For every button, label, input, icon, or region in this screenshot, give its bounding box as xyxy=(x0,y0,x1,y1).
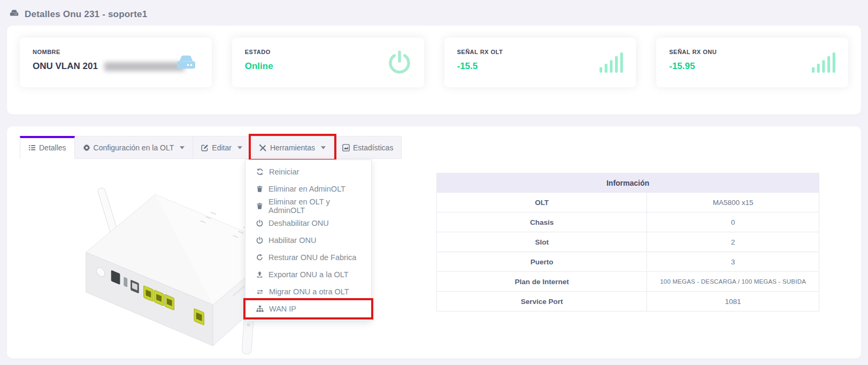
menu-item-migrar-onu-a-otra-olt[interactable]: Migrar ONU a otra OLT xyxy=(245,283,371,300)
row-value: 0 xyxy=(647,212,819,232)
chevron-down-icon xyxy=(321,146,326,149)
row-value: MA5800 x15 xyxy=(647,193,819,212)
router-icon xyxy=(9,8,20,20)
stat-value: Online xyxy=(245,61,411,72)
menu-item-reiniciar[interactable]: Reiniciar xyxy=(245,163,371,180)
signal-bars-icon xyxy=(812,52,835,73)
menu-item-label: Migrar ONU a otra OLT xyxy=(269,287,349,296)
menu-item-wan-ip[interactable]: WAN IP xyxy=(245,300,371,317)
row-label: Plan de Internet xyxy=(437,272,647,292)
row-label: OLT xyxy=(437,193,647,212)
row-value: 2 xyxy=(647,232,819,252)
row-value: 3 xyxy=(647,252,819,272)
tab-label: Editar xyxy=(212,143,232,152)
tab-label: Detalles xyxy=(39,143,66,152)
row-label: Puerto xyxy=(437,252,647,272)
menu-item-label: Reiniciar xyxy=(269,168,299,176)
trash-icon xyxy=(256,185,263,193)
table-row-service-port: Service Port 1081 xyxy=(437,292,819,311)
upload-icon xyxy=(256,271,263,278)
row-label: Service Port xyxy=(437,292,647,311)
menu-item-exportar-onu-a-la-olt[interactable]: Exportar ONU a la OLT xyxy=(245,266,371,283)
row-value: 1081 xyxy=(647,292,819,311)
tab-label: Configuración en la OLT xyxy=(94,143,174,152)
exchange-icon xyxy=(256,288,264,295)
tab-editar[interactable]: Editar xyxy=(193,136,251,159)
table-row-plan-de-internet: Plan de Internet 100 MEGAS - DESCARGA / … xyxy=(437,272,819,292)
menu-item-resturar-onu-de-fabrica[interactable]: Resturar ONU de Fabrica xyxy=(245,249,371,266)
table-row-slot: Slot 2 xyxy=(437,232,819,252)
menu-item-eliminar-olt-y-adminolt[interactable]: Eliminar en OLT y AdminOLT xyxy=(245,197,371,215)
tab-configuracion-olt[interactable]: Configuración en la OLT xyxy=(75,136,194,159)
chevron-down-icon xyxy=(180,146,185,149)
menu-item-eliminar-adminolt[interactable]: Eliminar en AdminOLT xyxy=(245,180,371,197)
menu-item-habilitar-onu[interactable]: Habilitar ONU xyxy=(245,232,371,249)
chart-icon xyxy=(342,144,350,151)
details-panel: Detalles Configuración en la OLT Editar … xyxy=(7,126,861,359)
stat-value: -15.95 xyxy=(669,61,835,72)
sitemap-icon xyxy=(256,305,264,313)
tab-estadisticas[interactable]: Estadísticas xyxy=(334,136,402,159)
menu-item-label: Exportar ONU a la OLT xyxy=(268,270,349,279)
menu-item-deshabilitar-onu[interactable]: Deshabilitar ONU xyxy=(245,215,371,232)
info-table-title: Información xyxy=(437,173,819,193)
page-title: Detalles Onu 231 - soporte1 xyxy=(25,9,147,20)
stat-label: SEÑAL RX ONU xyxy=(669,49,835,55)
stat-card-senal-rx-onu: SEÑAL RX ONU -15.95 xyxy=(656,37,848,87)
menu-item-label: Deshabilitar ONU xyxy=(268,219,329,227)
table-row-olt: OLT MA5800 x15 xyxy=(437,193,819,212)
stat-card-nombre: NOMBRE ONU VLAN 201 xyxy=(20,37,212,87)
menu-item-label: Habilitar ONU xyxy=(268,236,316,245)
tab-detalles[interactable]: Detalles xyxy=(20,136,75,159)
rotate-right-icon xyxy=(256,254,263,261)
power-icon xyxy=(256,237,263,244)
power-icon xyxy=(388,50,411,75)
redacted-text xyxy=(104,62,185,71)
tab-label: Estadísticas xyxy=(353,143,393,152)
stat-value: -15.5 xyxy=(457,61,624,72)
page-header: Detalles Onu 231 - soporte1 xyxy=(0,0,868,21)
tools-icon xyxy=(259,144,267,152)
table-row-puerto: Puerto 3 xyxy=(437,252,819,272)
table-row-chasis: Chasis 0 xyxy=(437,212,819,232)
power-icon xyxy=(256,219,263,227)
menu-item-label: Resturar ONU de Fabrica xyxy=(268,253,356,262)
stat-card-estado: ESTADO Online xyxy=(232,37,424,87)
edit-icon xyxy=(201,144,209,151)
tab-herramientas[interactable]: Herramientas xyxy=(251,136,334,159)
stat-label: ESTADO xyxy=(245,49,411,55)
list-icon xyxy=(28,144,36,151)
row-value: 100 MEGAS - DESCARGA / 100 MEGAS - SUBID… xyxy=(647,272,819,292)
tab-bar: Detalles Configuración en la OLT Editar … xyxy=(20,136,848,159)
onu-details-page: { "header": { "title": "Detalles Onu 231… xyxy=(0,0,868,365)
trash-icon xyxy=(256,202,263,210)
stat-cards-panel: NOMBRE ONU VLAN 201 ESTADO Online SEÑAL … xyxy=(7,26,861,115)
onu-name-text: ONU VLAN 201 xyxy=(33,61,98,72)
signal-bars-icon xyxy=(600,52,623,73)
router-icon xyxy=(173,51,199,74)
stat-card-senal-rx-olt: SEÑAL RX OLT -15.5 xyxy=(444,37,636,87)
sync-icon xyxy=(256,168,264,176)
gear-icon xyxy=(83,144,90,151)
stat-label: SEÑAL RX OLT xyxy=(457,49,624,55)
info-table: Información OLT MA5800 x15 Chasis 0 Slot… xyxy=(436,173,819,311)
row-label: Slot xyxy=(437,232,647,252)
menu-item-label: Eliminar en AdminOLT xyxy=(268,185,345,193)
chevron-down-icon xyxy=(237,146,242,149)
herramientas-dropdown-menu: Reiniciar Eliminar en AdminOLT Eliminar … xyxy=(245,159,372,321)
menu-item-label: Eliminar en OLT y AdminOLT xyxy=(268,197,360,215)
row-label: Chasis xyxy=(437,212,647,232)
menu-item-label: WAN IP xyxy=(269,305,296,313)
tab-label: Herramientas xyxy=(270,143,315,152)
